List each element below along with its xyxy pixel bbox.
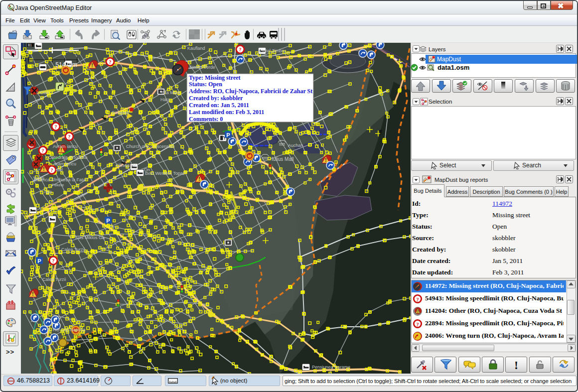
svg-text:Avram iancu: Avram iancu	[53, 144, 78, 149]
svg-text:Church of the Ascension: Church of the Ascension	[126, 144, 175, 149]
svg-text:Trans: Trans	[33, 176, 44, 181]
svg-text:!: !	[198, 176, 200, 182]
svg-text:?: ?	[55, 124, 57, 130]
svg-text:l). RO Cluj-Napoca: l). RO Cluj-Napoca	[48, 327, 86, 332]
svg-text:Hara: Hara	[160, 97, 170, 102]
svg-text:?: ?	[42, 148, 44, 153]
svg-text:Catedrala Ortodoxa: Catedrala Ortodoxa	[48, 155, 88, 160]
svg-text:P.ta Mara: P.ta Mara	[161, 90, 180, 95]
svg-text:Comments: 0: Comments: 0	[189, 116, 223, 123]
svg-text:Created by: skobbler: Created by: skobbler	[189, 95, 243, 102]
svg-text:Luis Miklos Ga: Luis Miklos Ga	[75, 235, 105, 240]
svg-text:?: ?	[51, 167, 53, 173]
svg-text:Address: RO, Cluj-Napoca, Fabr: Address: RO, Cluj-Napoca, Fabricii de Za…	[189, 88, 312, 95]
svg-text:Auchan: Auchan	[288, 143, 303, 148]
svg-text:514.0 m: 514.0 m	[55, 61, 77, 68]
svg-text:!: !	[43, 166, 44, 172]
svg-text:Fekete: Fekete	[52, 183, 64, 187]
svg-text:P: P	[226, 132, 230, 138]
svg-text:Type: Missing street: Type: Missing street	[189, 74, 241, 81]
svg-text:Calea Turzii: Calea Turzii	[42, 277, 66, 282]
svg-text:Created on: Jan 5, 2011: Created on: Jan 5, 2011	[189, 102, 249, 109]
svg-text:?: ?	[239, 47, 242, 52]
svg-text:Somesul: Somesul	[112, 110, 129, 115]
svg-text:Kaufland: Kaufland	[187, 46, 205, 51]
svg-text:mburea la Fata: mburea la Fata	[55, 177, 86, 182]
svg-text:?: ?	[52, 258, 55, 263]
svg-text:!: !	[417, 309, 419, 314]
svg-text:Last modified on: Feb 3, 2011: Last modified on: Feb 3, 2011	[189, 109, 264, 116]
svg-text:Status: Open: Status: Open	[189, 81, 222, 88]
svg-text:!: !	[325, 157, 326, 163]
svg-text:o Ciao: o Ciao	[36, 90, 49, 95]
svg-text:Clinica De: Clinica De	[116, 163, 137, 168]
svg-text:Pensiunea Carame: Pensiunea Carame	[312, 365, 350, 370]
svg-text:!: !	[514, 359, 518, 372]
svg-text:?: ?	[416, 321, 419, 327]
svg-text:B1: B1	[28, 43, 32, 47]
svg-text:Statua Verde: Statua Verde	[189, 65, 215, 70]
svg-text:?: ?	[68, 134, 71, 139]
svg-text:stel: stel	[56, 167, 63, 172]
svg-text:Iulius Mall: Iulius Mall	[272, 156, 293, 162]
svg-text:P: P	[106, 218, 110, 224]
svg-text:Calea Turzii: Calea Turzii	[61, 247, 85, 252]
svg-text:Best Western Topaz: Best Western Topaz	[145, 171, 185, 176]
svg-text:vram iancu: vram iancu	[54, 161, 76, 166]
svg-text:Hotel Zimbru: Hotel Zimbru	[260, 48, 286, 53]
svg-text:?: ?	[416, 296, 419, 302]
svg-text:!: !	[91, 63, 93, 68]
svg-text:!: !	[32, 291, 33, 297]
svg-text:P: P	[37, 258, 41, 264]
svg-text:Apa: Apa	[44, 189, 52, 194]
svg-text:?: ?	[109, 59, 112, 65]
